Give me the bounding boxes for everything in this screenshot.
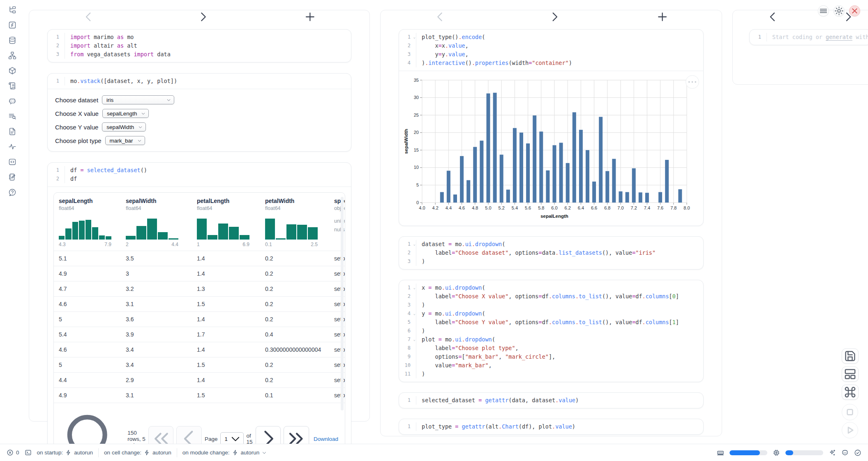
script-icon[interactable] [8,82,16,90]
code-cell-plot-type: 1plot_type = getattr(alt.Chart(df), plot… [399,419,704,435]
table-cell: 3.2 [121,281,192,296]
table-cell: 0.4 [260,327,329,342]
add-cell-button[interactable] [609,10,716,23]
svg-text:20: 20 [414,130,419,135]
dependency-graph-icon[interactable] [8,51,16,60]
download-button[interactable]: Download [314,436,340,442]
table-row[interactable]: 4.63.41.40.3000000000000004setos [54,342,345,357]
chevron-right-icon[interactable] [150,10,257,23]
line-number: 3 [399,301,416,309]
on-startup-setting[interactable]: on startup: autorun [37,449,93,456]
code-editor[interactable]: 1mo.vstack([dataset, x, y, plot]) [48,74,351,89]
table-row[interactable]: 4.73.21.30.2setos [54,281,345,296]
activity-icon[interactable] [8,143,16,151]
table-cell: 3.4 [121,357,192,372]
sparkles-icon[interactable] [829,449,836,456]
errors-indicator[interactable]: 0 [7,449,19,456]
run-button[interactable] [842,422,858,438]
help-icon[interactable] [8,188,16,196]
zap-icon [144,449,150,456]
column-histogram [126,217,178,240]
column-1-toolbar [29,10,369,23]
column-header[interactable]: petalWidthfloat640.12.5 [260,193,329,251]
chevron-right-icon[interactable] [501,10,608,23]
code-editor[interactable]: 1plot_type = getattr(alt.Chart(df), plot… [399,419,703,434]
package-icon[interactable] [8,67,16,75]
code-editor[interactable]: 1selected_dataset = getattr(data, datase… [399,393,703,408]
database-icon[interactable] [8,36,16,44]
copilot-icon[interactable] [841,449,849,456]
table-row[interactable]: 4.42.91.40.2setos [54,372,345,387]
table-cell: 3.6 [121,312,192,327]
keyboard-shortcuts-button[interactable] [842,385,859,400]
svg-text:5.0: 5.0 [485,205,491,210]
code-editor[interactable]: 1⌄x = mo.ui.dropdown(2 label="Choose X v… [399,280,703,382]
table-cell: 1.4 [192,312,260,327]
table-cell: 1.4 [192,251,260,266]
chart-menu-button[interactable] [686,75,699,89]
close-button[interactable] [849,5,860,16]
add-cell-button[interactable] [256,10,364,23]
page-label: Page [205,436,218,442]
table-row[interactable]: 53.41.50.2setos [54,357,345,372]
divider [98,448,99,457]
table-cell: 1.4 [192,342,260,357]
on-module-change-setting[interactable]: on module change: autorun [182,449,267,456]
column-header[interactable]: sepalWidthfloat6424.4 [121,193,192,251]
y-value-select[interactable]: sepalWidth [102,122,146,131]
svg-text:7.0: 7.0 [617,205,623,210]
dropdown-label: Choose dataset [55,97,98,104]
line-number: 1 [399,396,416,405]
dataset-select[interactable]: iris [102,95,174,104]
table-row[interactable]: 4.931.40.2setos [54,266,345,281]
line-number: 4 [399,59,416,67]
on-cell-change-setting[interactable]: on cell change: autorun [104,449,171,456]
line-number: 2 [399,249,416,257]
check-circle-icon[interactable] [854,449,861,456]
chat-bot-icon[interactable] [8,97,16,105]
chevron-left-icon[interactable] [739,10,807,23]
svg-text:0: 0 [416,200,419,205]
table-cell: 1.4 [192,266,260,281]
stop-button[interactable] [842,404,858,420]
generate-link[interactable]: generate [826,34,852,40]
dataframe-table: sepalLengthfloat644.37.9sepalWidthfloat6… [53,192,345,461]
settings-button[interactable] [833,5,845,16]
code-editor[interactable]: 1 Start coding or generate with [750,30,868,45]
table-row[interactable]: 4.63.11.50.2setos [54,296,345,311]
terminal-button[interactable] [25,449,32,456]
document-icon[interactable] [8,127,16,136]
table-row[interactable]: 4.93.11.50.1setos [54,387,345,403]
list-search-icon[interactable] [8,112,16,120]
table-cell: 5.4 [54,327,121,342]
code-cell-selected-dataset: 1selected_dataset = getattr(data, datase… [399,392,704,408]
plot-type-select[interactable]: mark_bar [105,136,145,145]
dropdown-row: Choose datasetiris [55,95,344,104]
svg-text:5.8: 5.8 [538,205,544,210]
chevron-left-icon[interactable] [35,10,142,23]
code-editor[interactable]: 1⌄plot_type().encode(2 x=x.value,3 y=y.v… [399,30,703,71]
memory-usage-bar [729,450,767,455]
menu-button[interactable] [818,5,829,16]
x-value-select[interactable]: sepalLength [102,109,149,118]
scratchpad-icon[interactable] [8,173,16,181]
setting-label: on startup: [37,449,63,456]
table-row[interactable]: 53.61.40.2setos [54,311,345,327]
code-snippet-icon[interactable] [8,158,16,166]
bar-chart[interactable]: 4.04.24.44.64.85.05.25.45.65.86.06.26.46… [403,76,693,221]
layout-button[interactable] [842,366,859,382]
column-2-toolbar [381,10,722,23]
function-square-icon[interactable] [8,21,16,29]
code-editor[interactable]: 1import marimo as mo2import altair as al… [48,30,351,62]
file-tree-icon[interactable] [8,6,16,14]
column-header[interactable]: sepalLengthfloat644.37.9 [54,193,121,251]
table-scrollbar[interactable] [341,197,344,410]
table-row[interactable]: 5.13.51.40.2setos [54,251,345,266]
table-row[interactable]: 5.43.91.70.4setos [54,327,345,342]
code-editor[interactable]: 1⌄dataset = mo.ui.dropdown(2 label="Choo… [399,237,703,269]
save-button[interactable] [842,348,859,364]
dropdown-label: Choose plot type [55,137,102,144]
code-editor[interactable]: 1df = selected_dataset()2df [48,163,351,187]
column-header[interactable]: petalLengthfloat6416.9 [192,193,260,251]
chevron-left-icon[interactable] [386,10,494,23]
